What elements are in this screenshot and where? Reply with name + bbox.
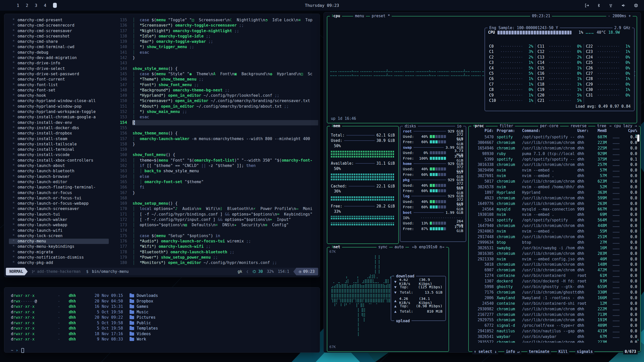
code-editor[interactable]: │ case $(menu "Toggle" "◫ Screensaver\n☾…: [133, 17, 318, 266]
shell-prompt[interactable]: ~ ›: [11, 348, 313, 353]
code-line[interactable]: │ if [[ "$theme" == "CNCLD" || -z "$them…: [133, 163, 318, 168]
code-line[interactable]: │ local options="♪ Audio\n≋ Wifi\nᛒ Blue…: [133, 206, 318, 212]
code-line[interactable]: │ *Power*) show_setup_power_menu ;;: [133, 255, 318, 260]
process-row[interactable]: 3024578nvimnvim --embed /home/dhh/dhh52M…: [471, 184, 637, 190]
code-line[interactable]: }: [133, 120, 318, 125]
process-row[interactable]: 3004667chromium/usr/lib/chromium/chromdh…: [471, 140, 637, 146]
file-item[interactable]: *omarchy-dev-add-migration: [9, 55, 109, 61]
code-line[interactable]: }: [133, 142, 318, 147]
net-interface-tab[interactable]: ←b enp191s0 n→: [410, 244, 446, 250]
process-row[interactable]: 3016338chromium/usr/lib/chromium/chromdh…: [471, 162, 637, 168]
file-item[interactable]: *omarchy-menu-keybindings: [9, 244, 109, 249]
process-row[interactable]: 5470spotify/opt/spotify/spotify --dhh607…: [471, 135, 637, 140]
process-row[interactable]: 6772signal-d/proc/self/exe --type=rdhh40…: [471, 323, 637, 329]
code-line[interactable]: │ fi: [133, 185, 318, 190]
file-item[interactable]: *omarchy-launch-about: [9, 163, 109, 168]
process-row[interactable]: 24540containe/usr/bin/containerd-shiroot…: [471, 301, 637, 307]
code-line[interactable]: show_theme_menu() {: [133, 131, 318, 136]
file-item[interactable]: *omarchy-install-terminal: [9, 147, 109, 152]
file-item[interactable]: *omarchy-pkg-add: [9, 260, 109, 265]
file-item[interactable]: *omarchy-install-tailscale: [9, 142, 109, 147]
cpu-preset-tab[interactable]: preset *: [370, 13, 392, 18]
code-line[interactable]: │ *Font*) show_font_menu ;;: [133, 82, 318, 88]
process-row[interactable]: 1897HyprlandHyprlanddhh363M………0.0: [471, 190, 637, 196]
file-item[interactable]: *omarchy-install-vscode: [9, 152, 109, 158]
code-line[interactable]: │ options="$options\n▤ Defaults\n⌗ DNS\n…: [133, 222, 318, 228]
file-item[interactable]: *omarchy-install-dev-env: [9, 120, 109, 125]
proc-filter-tab[interactable]: filter: [498, 123, 515, 128]
code-line[interactable]: [133, 61, 318, 66]
file-item[interactable]: *omarchy-drive-set-password: [9, 71, 109, 77]
code-line[interactable]: │ *Wifi*) omarchy-launch-wifi ;;: [133, 244, 318, 249]
proc-footer-button[interactable]: Kill: [557, 349, 569, 354]
file-item[interactable]: *omarchy-launch-or-focus-tui: [9, 196, 109, 201]
code-line[interactable]: │ theme=$(menu "Font" "$(omarchy-font-li…: [133, 158, 318, 163]
process-row[interactable]: 2929755chromium/usr/lib/chromium/chromdh…: [471, 317, 637, 323]
process-row[interactable]: 1274containe/usr/bin/containerdroot61M………: [471, 273, 637, 279]
process-row[interactable]: 2999634btopbtopdhh27M………0.0: [471, 240, 637, 245]
process-row[interactable]: 2167277chromium/usr/lib/chromium/chromdh…: [471, 312, 637, 318]
process-row[interactable]: 3026531swaybg/usr/bin/swaybg -i /homdhh1…: [471, 245, 637, 251]
net-auto-tab[interactable]: auto: [393, 244, 405, 250]
code-line[interactable]: │: [133, 228, 318, 233]
file-item[interactable]: *omarchy-hook: [9, 93, 109, 98]
process-row[interactable]: 5017chromium/usr/lib/chromium/chromdhh62…: [471, 179, 637, 184]
file-item[interactable]: *omarchy-notification-dismiss: [9, 255, 109, 260]
file-item[interactable]: *omarchy-drive-select: [9, 66, 109, 71]
code-line[interactable]: }: [133, 55, 318, 61]
file-item[interactable]: *omarchy-launch-editor: [9, 179, 109, 185]
code-line[interactable]: │ *Screensaver*) omarchy-toggle-screensa…: [133, 23, 318, 28]
file-item[interactable]: *omarchy-drive-info: [9, 61, 109, 66]
file-item[interactable]: *omarchy-launch-screensaver: [9, 206, 109, 212]
file-item[interactable]: *omarchy-hyprland-workspace-toggle: [9, 109, 109, 115]
code-line[interactable]: │ case $(menu "Setup" "$options") in: [133, 233, 318, 239]
file-item[interactable]: *omarchy-cmd-screensaver: [9, 28, 109, 34]
file-item[interactable]: *omarchy-launch-or-focus: [9, 190, 109, 196]
proc-tree-tab[interactable]: tree: [595, 123, 608, 128]
bluetooth-icon[interactable]: [597, 3, 601, 8]
file-item[interactable]: *omarchy-launch-wifi: [9, 228, 109, 233]
code-line[interactable]: [133, 125, 318, 131]
process-row[interactable]: 3026541waybar/usr/bin/waybardhh67M………0.0: [471, 334, 637, 340]
file-item[interactable]: *omarchy-cmd-terminal-cwd: [9, 44, 109, 50]
file-item[interactable]: *omarchy-launch-webapp: [9, 222, 109, 228]
file-item[interactable]: *omarchy-hyprland-window-pop: [9, 104, 109, 109]
code-line[interactable]: │ [ -f ~/.config/hypr/bindings.conf ] &&…: [133, 212, 318, 217]
file-item[interactable]: *omarchy-launch-or-focus-webapp: [9, 201, 109, 206]
proc-reverse-tab[interactable]: reverse: [569, 123, 588, 128]
process-row[interactable]: 2941052nautilus/usr/bin/nautilus --gapdh…: [471, 329, 637, 334]
code-line[interactable]: │ else: [133, 174, 318, 179]
file-item[interactable]: *omarchy-install-chromium-google-a: [9, 115, 109, 120]
io-tab[interactable]: io: [455, 124, 463, 129]
proc-footer-button[interactable]: ↑ select ↓: [472, 349, 498, 354]
process-row[interactable]: 4923chromium/usr/lib/chromium/chromdhh59…: [471, 196, 637, 201]
code-line[interactable]: │ case $(menu "Toggle" "◫ Screensaver\n☾…: [133, 17, 318, 23]
code-line[interactable]: │ *Theme*) show_theme_menu ;;: [133, 77, 318, 82]
code-line[interactable]: │ [ -f ~/.config/hypr/input.conf ] && op…: [133, 217, 318, 222]
process-row[interactable]: 1647940chromium/usr/lib/chromium/chromdh…: [471, 223, 637, 229]
file-item[interactable]: *omarchy-launch-browser: [9, 174, 109, 179]
proc-sort-tab[interactable]: ← cpu lazy →: [608, 123, 639, 128]
proc-scrollbar[interactable]: [637, 135, 639, 142]
code-line[interactable]: │ *Nightlight*) omarchy-toggle-nightligh…: [133, 28, 318, 34]
process-row[interactable]: 2924063nvimnvim --embed .dhh55M………0.0: [471, 229, 637, 234]
process-row[interactable]: 2917448chromium/usr/lib/chromium/chromdh…: [471, 234, 637, 240]
code-line[interactable]: │ *Monitors*) open_in_editor ~/.config/h…: [133, 260, 318, 265]
update-interval[interactable]: - 2000ms +: [606, 13, 633, 18]
code-line[interactable]: │ *Screensaver*) open_in_editor ~/.confi…: [133, 98, 318, 104]
file-item[interactable]: *omarchy-font-list: [9, 82, 109, 88]
file-item[interactable]: *omarchy-cmd-screenrecord: [9, 23, 109, 28]
file-item[interactable]: *omarchy-debug: [9, 50, 109, 55]
proc-footer-button[interactable]: signals: [575, 349, 594, 354]
code-line[interactable]: │ case $(menu "Style" "◉ Theme\nA Font\n…: [133, 71, 318, 77]
code-line[interactable]: show_font_menu() {: [133, 152, 318, 158]
logout-icon[interactable]: [584, 3, 589, 8]
file-item[interactable]: *omarchy-font-current: [9, 77, 109, 82]
process-row[interactable]: 5343spotify/opt/spotify/spotifydhh564M………: [471, 218, 637, 223]
code-line[interactable]: │ *) show_trigger_menu ;;: [133, 44, 318, 50]
process-row[interactable]: 2006XwaylandXwayland :1 -rootless -dhh16…: [471, 295, 637, 301]
process-row[interactable]: 3029490nvimnvim --embed .dhh57M………0.0: [471, 168, 637, 173]
process-row[interactable]: 5399spotify/opt/spotify/spotify --dhh375…: [471, 157, 637, 162]
file-item[interactable]: *omarchy-lock-screen: [9, 233, 109, 239]
process-row[interactable]: 2921330nvimnvim --embed config.jsodhh46M…: [471, 257, 637, 262]
